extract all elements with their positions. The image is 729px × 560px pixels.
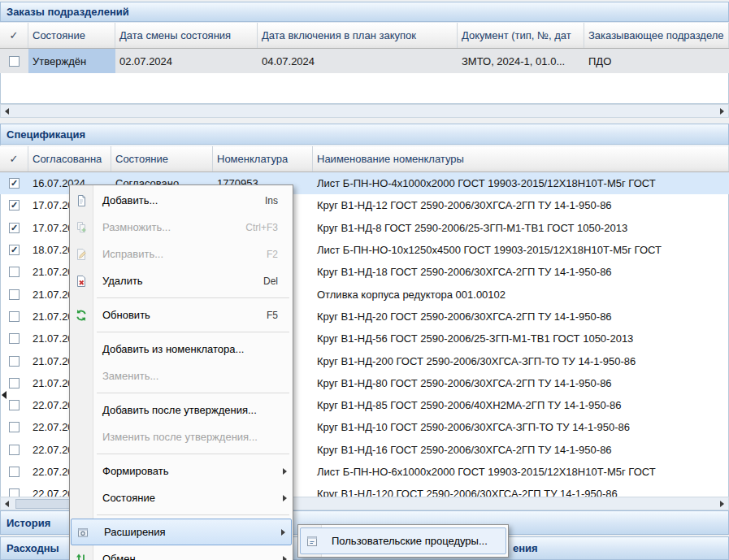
menu-item-exchange[interactable]: Обмен bbox=[70, 545, 293, 560]
submenu-arrow-icon bbox=[281, 529, 285, 536]
spec-row-checkbox-cell bbox=[0, 349, 28, 371]
row-checkbox[interactable]: ✓ bbox=[9, 178, 20, 189]
menu-item-label: Формировать bbox=[102, 465, 168, 477]
menu-item-form[interactable]: Формировать bbox=[70, 458, 293, 484]
spec-row-name: Круг В1-НД-16 ГОСТ 2590-2006/30ХГСА-2ГП … bbox=[313, 439, 729, 461]
row-checkbox[interactable] bbox=[9, 445, 20, 455]
spec-select-all-header[interactable]: ✓ bbox=[0, 146, 28, 171]
menu-separator bbox=[97, 514, 289, 515]
menu-item-label: Заменить... bbox=[102, 370, 158, 382]
spec-row-checkbox-cell: ✓ bbox=[0, 217, 28, 239]
row-checkbox[interactable] bbox=[9, 400, 20, 410]
menu-item-label: Обмен bbox=[102, 553, 136, 560]
menu-item-shortcut: Ins bbox=[265, 195, 284, 206]
spec-row-checkbox-cell: ✓ bbox=[0, 194, 28, 216]
spec-row-name: Круг В1-НД-80 ГОСТ 2590-2006/30ХГСА-2ГП … bbox=[313, 372, 729, 394]
orders-row-checkbox-cell bbox=[0, 49, 28, 73]
row-checkbox[interactable] bbox=[9, 467, 20, 477]
edit-doc-icon bbox=[75, 248, 88, 261]
row-checkbox[interactable] bbox=[9, 267, 20, 277]
delete-doc-icon bbox=[75, 275, 88, 288]
orders-column-header[interactable]: Состояние bbox=[28, 23, 115, 48]
row-checkbox[interactable] bbox=[9, 488, 20, 497]
menu-item-delete[interactable]: УдалитьDel bbox=[70, 267, 293, 294]
history-panel-title: История bbox=[7, 517, 50, 529]
spec-column-header[interactable]: Состояние bbox=[111, 146, 213, 171]
extensions-icon bbox=[76, 526, 89, 539]
row-checkbox[interactable] bbox=[9, 422, 20, 432]
row-checkbox[interactable]: ✓ bbox=[9, 200, 20, 211]
user-procedures-icon bbox=[306, 535, 319, 548]
menu-item-replace: Заменить... bbox=[70, 362, 293, 389]
spec-row-checkbox-cell bbox=[0, 461, 28, 483]
orders-column-header[interactable]: Документ (тип, №, дат bbox=[458, 23, 584, 48]
app-window: Заказы подразделений ✓СостояниеДата смен… bbox=[0, 0, 729, 560]
scroll-right-arrow-icon[interactable] bbox=[720, 501, 724, 507]
spec-row-name: Круг В1-НД-8 ГОСТ 2590-2006/25-ЗГП-М1-ТВ… bbox=[313, 217, 729, 239]
orders-select-all-header[interactable]: ✓ bbox=[0, 23, 28, 48]
menu-item-label: Размножить... bbox=[102, 221, 171, 233]
row-checkbox[interactable]: ✓ bbox=[9, 223, 20, 233]
menu-item-refresh[interactable]: ОбновитьF5 bbox=[70, 302, 293, 328]
spec-column-header[interactable]: Наименование номенклатуры bbox=[313, 146, 729, 171]
submenu-arrow-icon bbox=[283, 468, 287, 475]
spec-panel-title: Спецификация bbox=[7, 128, 85, 141]
menu-item-shortcut: Ctrl+F3 bbox=[245, 222, 284, 233]
expense-panel-title-fragment: ения bbox=[513, 542, 538, 554]
scroll-left-arrow-icon[interactable] bbox=[5, 108, 9, 115]
spec-row-name: Лист Б-ПН-НО-6х1000х2000 ГОСТ 19903-2015… bbox=[313, 461, 729, 483]
spec-row-name: Лист Б-ПН-НО-10х1250х4500 ГОСТ 19903-201… bbox=[313, 239, 729, 261]
row-checkbox[interactable] bbox=[9, 56, 20, 67]
menu-item-label: Добавить... bbox=[102, 194, 158, 206]
orders-column-header[interactable]: Дата смены состояния bbox=[115, 23, 258, 48]
orders-panel-caption: Заказы подразделений bbox=[0, 2, 729, 22]
menu-item-extensions[interactable]: Расширения bbox=[71, 519, 292, 545]
orders-row-state: Утверждён bbox=[28, 49, 115, 73]
orders-row-plan-date: 04.07.2024 bbox=[258, 49, 458, 73]
row-checkbox[interactable] bbox=[9, 333, 20, 344]
orders-panel-title: Заказы подразделений bbox=[7, 6, 129, 18]
orders-table-row[interactable]: Утверждён02.07.202404.07.2024ЗМТО, 2024-… bbox=[0, 49, 729, 73]
spec-row-checkbox-cell: ✓ bbox=[0, 239, 28, 261]
spec-row-name: Круг В1-НД-12 ГОСТ 2590-2006/30ХГСА-2ГП … bbox=[313, 194, 729, 216]
row-checkbox[interactable]: ✓ bbox=[9, 245, 20, 255]
spec-row-checkbox-cell bbox=[0, 284, 28, 306]
orders-row-state-date: 02.07.2024 bbox=[115, 49, 258, 73]
submenu-arrow-icon bbox=[283, 556, 287, 560]
orders-column-header[interactable]: Заказывающее подразделе bbox=[584, 23, 729, 48]
menu-item-add[interactable]: Добавить...Ins bbox=[70, 187, 293, 214]
menu-item-user-procedures[interactable]: Пользовательские процедуры... bbox=[300, 527, 506, 554]
menu-item-state[interactable]: Состояние bbox=[70, 484, 293, 511]
menu-item-add-from-nomenclator[interactable]: Добавить из номенклатора... bbox=[70, 336, 293, 362]
menu-item-label: Пользовательские процедуры... bbox=[332, 535, 488, 547]
menu-item-add-after-approval[interactable]: Добавить после утверждения... bbox=[70, 397, 293, 423]
spec-grid-header: ✓СогласованнаСостояниеНоменклатураНаимен… bbox=[0, 145, 729, 172]
row-checkbox[interactable] bbox=[9, 356, 20, 367]
spec-row-checkbox-cell bbox=[0, 439, 28, 461]
menu-separator bbox=[97, 332, 289, 332]
spec-row-checkbox-cell bbox=[0, 483, 28, 497]
menu-item-shortcut: F2 bbox=[267, 249, 284, 260]
row-checkbox[interactable] bbox=[9, 311, 20, 322]
expense-panel-title: Расходны bbox=[7, 542, 59, 554]
scroll-right-arrow-icon[interactable] bbox=[720, 108, 724, 115]
menu-item-duplicate: Размножить...Ctrl+F3 bbox=[70, 214, 293, 241]
orders-column-header[interactable]: Дата включения в план закупок bbox=[258, 23, 458, 48]
context-menu: Добавить...InsРазмножить...Ctrl+F3Исправ… bbox=[69, 184, 293, 560]
spec-column-header[interactable]: Номенклатура bbox=[213, 146, 313, 171]
orders-row-document: ЗМТО, 2024-1, 01.0... bbox=[458, 49, 584, 73]
menu-item-edit: Исправить...F2 bbox=[70, 241, 293, 267]
spec-column-header[interactable]: Согласованна bbox=[28, 146, 111, 171]
exchange-icon bbox=[75, 553, 88, 560]
menu-item-label: Исправить... bbox=[102, 248, 163, 260]
row-checkbox[interactable] bbox=[9, 378, 20, 389]
orders-hscrollbar[interactable] bbox=[0, 104, 729, 118]
spec-row-name: Круг В1-НД-200 ГОСТ 2590-2006/30ХГСА-ЗГП… bbox=[313, 349, 729, 371]
scroll-left-arrow-icon[interactable] bbox=[5, 501, 9, 507]
menu-item-shortcut: F5 bbox=[267, 310, 284, 321]
spec-row-name: Круг В1-НД-20 ГОСТ 2590-2006/30ХГСА-2ГП … bbox=[313, 306, 729, 328]
spec-row-checkbox-cell: ✓ bbox=[0, 172, 28, 194]
row-checkbox[interactable] bbox=[9, 289, 20, 300]
splitter-left-arrow-icon[interactable] bbox=[2, 391, 7, 399]
menu-item-label: Удалить bbox=[102, 275, 143, 287]
